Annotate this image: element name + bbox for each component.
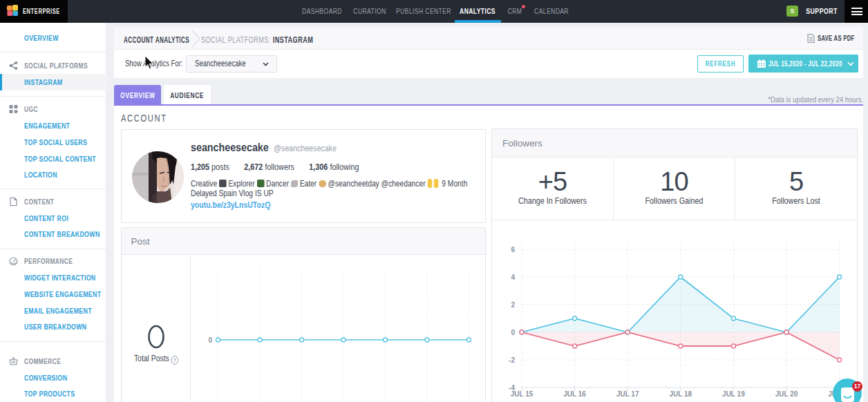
svg-text:0: 0 (208, 336, 212, 344)
svg-text:JUL 16: JUL 16 (563, 390, 586, 398)
svg-text:6: 6 (511, 246, 515, 253)
svg-text:JUL 20: JUL 20 (775, 390, 798, 398)
svg-text:JUL 15: JUL 15 (511, 390, 534, 398)
svg-text:JUL 19: JUL 19 (722, 390, 745, 398)
svg-text:-2: -2 (509, 356, 515, 364)
svg-text:0: 0 (511, 329, 515, 336)
svg-text:JUL 17: JUL 17 (616, 390, 639, 398)
svg-text:4: 4 (511, 274, 515, 281)
svg-text:2: 2 (511, 301, 515, 309)
svg-text:JUL 18: JUL 18 (669, 390, 692, 398)
